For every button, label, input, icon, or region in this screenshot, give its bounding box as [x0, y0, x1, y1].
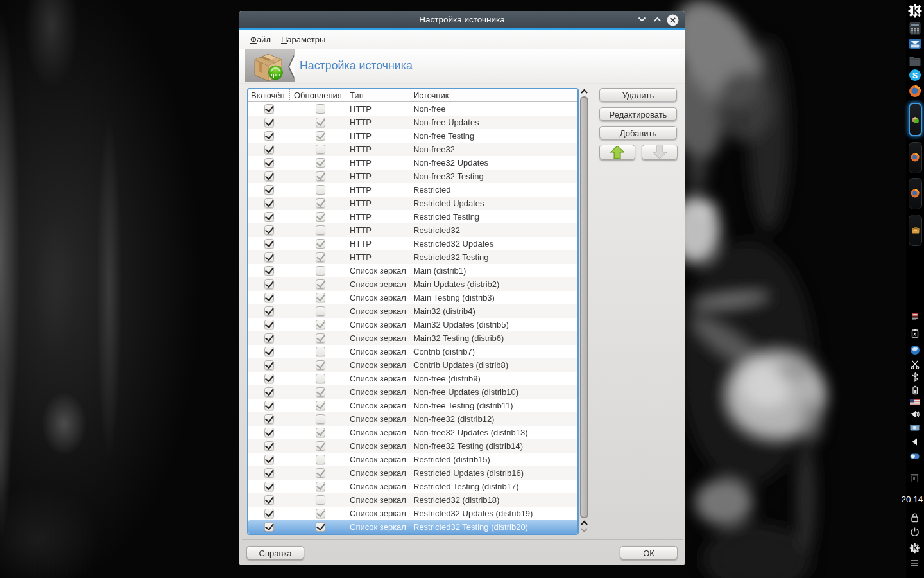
- svg-text:rpm: rpm: [271, 72, 280, 78]
- svg-text:S: S: [912, 71, 918, 80]
